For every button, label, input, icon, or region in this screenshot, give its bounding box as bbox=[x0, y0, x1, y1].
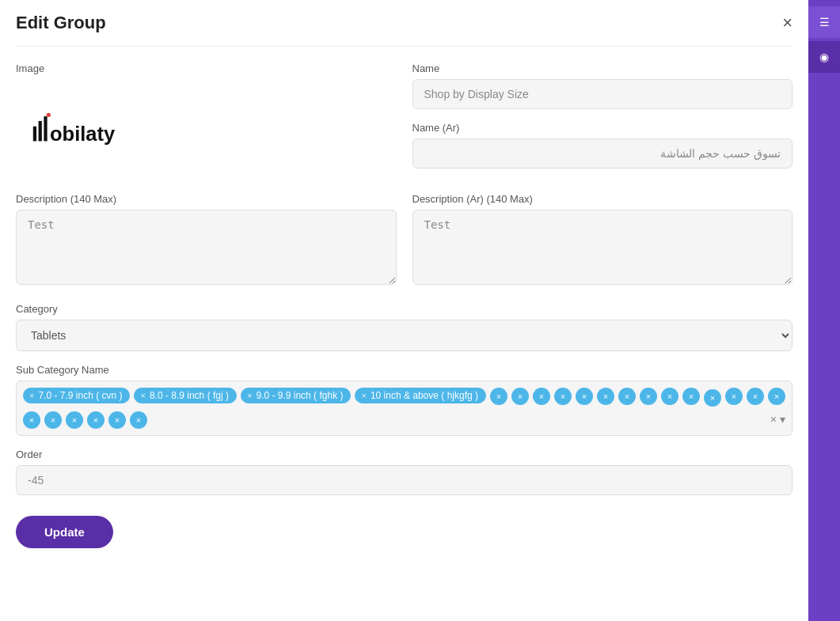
user-icon: ◉ bbox=[819, 51, 829, 63]
tag-small-24[interactable]: × bbox=[130, 411, 147, 429]
tags-dropdown-controls[interactable]: × ▾ bbox=[770, 413, 785, 426]
tag-small-14[interactable]: × bbox=[682, 388, 700, 405]
image-section: Image obilaty bbox=[16, 62, 397, 177]
name-input[interactable] bbox=[412, 79, 793, 109]
tag-small-19[interactable]: × bbox=[23, 411, 40, 429]
tag-1-remove[interactable]: × bbox=[29, 391, 34, 400]
close-button[interactable]: × bbox=[782, 14, 792, 32]
mobilaty-logo: obilaty bbox=[28, 98, 162, 161]
tag-3-label: 9.0 - 9.9 inch ( fghk ) bbox=[256, 390, 343, 401]
tag-small-15[interactable]: × bbox=[704, 389, 721, 407]
subcategory-tags-container[interactable]: × 7.0 - 7.9 inch ( cvn ) × 8.0 - 8.9 inc… bbox=[16, 381, 792, 436]
tag-2-remove[interactable]: × bbox=[140, 391, 145, 400]
description-ar-label: Description (Ar) (140 Max) bbox=[412, 193, 793, 205]
category-label: Category bbox=[16, 303, 792, 315]
tag-4-label: 10 inch & above ( hjkgfg ) bbox=[371, 390, 478, 401]
tag-small-5[interactable]: × bbox=[490, 388, 507, 405]
order-section: Order bbox=[16, 449, 792, 495]
tag-small-22[interactable]: × bbox=[87, 411, 105, 429]
description-ar-input[interactable]: Test bbox=[412, 210, 793, 285]
update-button[interactable]: Update bbox=[16, 516, 113, 548]
tag-4-remove[interactable]: × bbox=[361, 391, 366, 400]
tag-3-remove[interactable]: × bbox=[247, 391, 252, 400]
tag-1-label: 7.0 - 7.9 inch ( cvn ) bbox=[38, 390, 122, 401]
name-label: Name bbox=[412, 62, 793, 74]
tag-small-16[interactable]: × bbox=[725, 388, 743, 405]
name-section: Name Name (Ar) bbox=[412, 62, 793, 177]
image-name-row: Image obilaty Name bbox=[16, 62, 792, 177]
subcategory-label: Sub Category Name bbox=[16, 364, 792, 376]
svg-rect-1 bbox=[39, 121, 42, 142]
order-label: Order bbox=[16, 449, 792, 460]
sidebar-icon-menu[interactable]: ☰ bbox=[808, 6, 840, 38]
tag-small-9[interactable]: × bbox=[576, 388, 593, 405]
tag-1[interactable]: × 7.0 - 7.9 inch ( cvn ) bbox=[23, 388, 130, 403]
name-ar-input[interactable] bbox=[412, 138, 793, 169]
logo-image: obilaty bbox=[16, 82, 174, 177]
tags-chevron-icon[interactable]: ▾ bbox=[780, 413, 785, 426]
category-select[interactable]: Tablets Phones Accessories bbox=[16, 320, 792, 351]
description-ar-section: Description (Ar) (140 Max) Test bbox=[412, 193, 793, 287]
order-input[interactable] bbox=[16, 465, 792, 495]
tag-small-20[interactable]: × bbox=[44, 411, 62, 429]
subcategory-section: Sub Category Name × 7.0 - 7.9 inch ( cvn… bbox=[16, 364, 792, 436]
tag-4[interactable]: × 10 inch & above ( hjkgfg ) bbox=[355, 388, 486, 403]
tag-small-18[interactable]: × bbox=[768, 388, 785, 405]
tag-2-label: 8.0 - 8.9 inch ( fgj ) bbox=[150, 390, 229, 401]
tag-3[interactable]: × 9.0 - 9.9 inch ( fghk ) bbox=[241, 388, 352, 403]
svg-text:obilaty: obilaty bbox=[50, 123, 116, 145]
tag-small-21[interactable]: × bbox=[66, 411, 83, 429]
description-row: Description (140 Max) Test Description (… bbox=[16, 193, 792, 287]
svg-point-3 bbox=[47, 113, 51, 117]
svg-rect-2 bbox=[44, 116, 47, 141]
description-label: Description (140 Max) bbox=[16, 193, 397, 205]
tags-clear-icon[interactable]: × bbox=[770, 413, 777, 426]
tag-small-13[interactable]: × bbox=[661, 388, 678, 405]
image-label: Image bbox=[16, 62, 397, 74]
tag-small-23[interactable]: × bbox=[108, 411, 126, 429]
name-ar-label: Name (Ar) bbox=[412, 122, 793, 134]
tag-small-6[interactable]: × bbox=[511, 388, 529, 405]
tag-2[interactable]: × 8.0 - 8.9 inch ( fgj ) bbox=[134, 388, 236, 403]
tag-small-10[interactable]: × bbox=[597, 388, 614, 405]
category-section: Category Tablets Phones Accessories bbox=[16, 303, 792, 351]
right-sidebar: ☰ ◉ bbox=[808, 0, 840, 621]
modal-header: Edit Group × bbox=[16, 13, 792, 47]
sidebar-icon-user[interactable]: ◉ bbox=[808, 41, 840, 73]
tag-small-12[interactable]: × bbox=[640, 388, 657, 405]
tag-small-17[interactable]: × bbox=[747, 388, 764, 405]
tag-small-11[interactable]: × bbox=[618, 388, 636, 405]
page-title: Edit Group bbox=[16, 13, 106, 33]
tag-small-8[interactable]: × bbox=[554, 388, 572, 405]
description-en-section: Description (140 Max) Test bbox=[16, 193, 397, 287]
description-input[interactable]: Test bbox=[16, 210, 397, 285]
tag-small-7[interactable]: × bbox=[533, 388, 550, 405]
menu-icon: ☰ bbox=[819, 16, 830, 28]
svg-rect-0 bbox=[33, 127, 36, 142]
